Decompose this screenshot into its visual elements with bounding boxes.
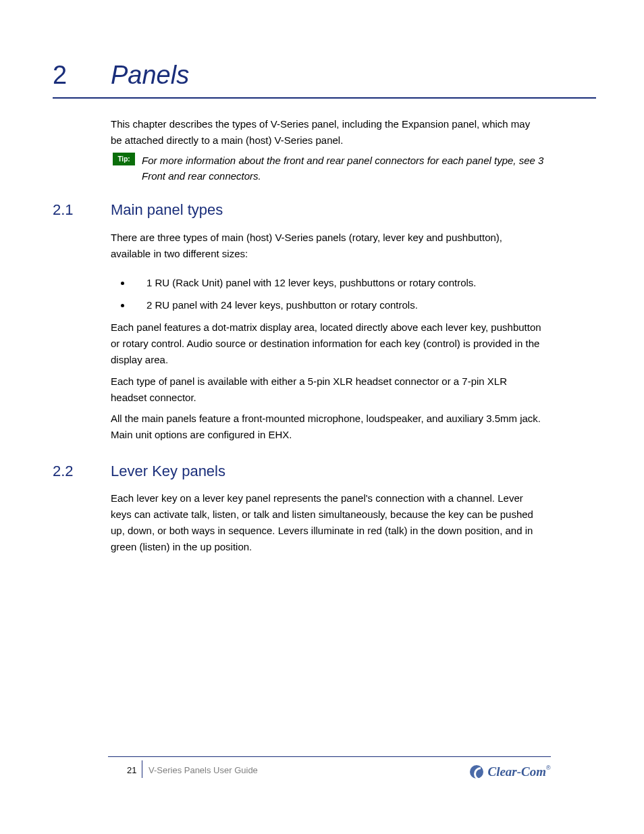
chapter-number: 2 xyxy=(53,61,67,90)
horizontal-rule-bottom xyxy=(108,756,551,757)
section1-para1: There are three types of main (host) V-S… xyxy=(111,230,543,262)
section-number-1: 2.1 xyxy=(53,201,74,219)
section1-para4: All the main panels feature a front-moun… xyxy=(111,411,543,443)
section-title-2: Lever Key panels xyxy=(111,463,225,480)
intro-paragraph: This chapter describes the types of V-Se… xyxy=(111,116,543,149)
list-item: 2 RU panel with 24 lever keys, pushbutto… xyxy=(132,296,543,315)
section-number-2: 2.2 xyxy=(53,463,74,480)
page-number: 21 xyxy=(127,765,136,775)
chapter-title: Panels xyxy=(111,61,189,90)
section1-para3: Each type of panel is available with eit… xyxy=(111,373,543,406)
list-item: 1 RU (Rack Unit) panel with 12 lever key… xyxy=(132,273,543,293)
footer-divider xyxy=(142,760,142,778)
section1-bullet-list: 1 RU (Rack Unit) panel with 12 lever key… xyxy=(132,273,543,317)
logo-icon xyxy=(470,765,483,779)
logo-text: Clear-Com xyxy=(487,764,546,779)
tip-badge: Tip: xyxy=(113,153,135,165)
tip-text: For more information about the front and… xyxy=(142,153,547,184)
footer-doc-title: V-Series Panels User Guide xyxy=(149,765,258,775)
section-title-1: Main panel types xyxy=(111,201,223,219)
brand-logo: Clear-Com® xyxy=(470,764,551,781)
registered-mark: ® xyxy=(546,764,551,771)
section2-para5: Each lever key on a lever key panel repr… xyxy=(111,490,543,555)
section1-para2: Each panel features a dot-matrix display… xyxy=(111,319,543,368)
horizontal-rule-top xyxy=(53,97,596,99)
